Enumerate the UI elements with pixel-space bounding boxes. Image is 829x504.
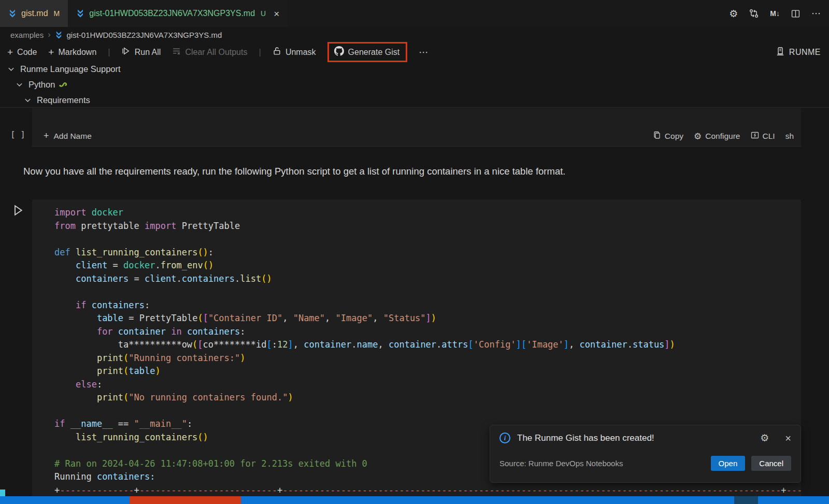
runme-file-icon: [8, 9, 17, 18]
code-line: else:: [54, 378, 801, 392]
gear-icon[interactable]: ⚙: [760, 433, 769, 443]
code-line: if containers:: [54, 299, 801, 312]
tab-gist-notebook[interactable]: gist-01HWD053BZ23JN6VA7X3NGP3YS.md U ×: [68, 0, 288, 27]
clear-all-outputs-button[interactable]: Clear All Outputs: [172, 47, 247, 57]
tab-label: gist.md: [21, 9, 48, 18]
runme-file-icon: [76, 9, 84, 18]
breadcrumb-separator-icon: ›: [48, 30, 50, 39]
status-strip-segment: [734, 496, 758, 504]
close-tab-icon[interactable]: ×: [274, 9, 279, 19]
outline-item-runme-language-support[interactable]: Runme Language Support: [7, 61, 121, 77]
run-all-button[interactable]: Run All: [122, 47, 161, 57]
generate-gist-annotation: Generate Gist: [327, 42, 408, 62]
code-line: print(table): [54, 365, 801, 378]
requirements-cell: + Add Name Copy ⚙ Configure CLI sh: [32, 108, 801, 147]
gear-icon: ⚙: [694, 132, 702, 141]
toolbar-divider: |: [259, 47, 261, 57]
code-line: from prettytable import PrettyTable: [54, 220, 801, 233]
notification-toast: i The Runme Gist has been created! ⚙ × S…: [490, 425, 801, 483]
editor-actions: ⚙ M↓ ⋯: [729, 0, 822, 27]
snake-emoji-icon: [59, 79, 68, 90]
notebook-toolbar: + Code + Markdown | Run All Clear All Ou…: [7, 42, 429, 62]
unmask-button[interactable]: Unmask: [273, 47, 316, 57]
status-strip: [0, 496, 829, 504]
more-actions-icon[interactable]: ⋯: [811, 8, 822, 19]
github-icon: [334, 46, 344, 58]
minimap-fragment: [0, 489, 5, 496]
code-line: print("Running containers:"): [54, 352, 801, 365]
notification-source: Source: Runme DevOps Notebooks: [499, 459, 711, 468]
copy-icon: [653, 131, 661, 141]
add-markdown-cell-button[interactable]: + Markdown: [48, 47, 96, 58]
outline-item-python[interactable]: Python: [16, 77, 68, 92]
breadcrumb: examples › gist-01HWD053BZ23JN6VA7X3NGP3…: [10, 27, 222, 42]
unlock-icon: [273, 47, 281, 57]
breadcrumb-folder[interactable]: examples: [10, 31, 44, 39]
code-line: [54, 285, 801, 299]
breadcrumb-file[interactable]: gist-01HWD053BZ23JN6VA7X3NGP3YS.md: [67, 31, 222, 39]
tab-gist-md[interactable]: gist.md M: [0, 0, 68, 27]
generate-gist-button[interactable]: Generate Gist: [334, 46, 400, 58]
info-icon: i: [499, 433, 510, 443]
plus-icon: +: [44, 131, 49, 141]
markdown-preview-icon[interactable]: M↓: [770, 9, 780, 18]
clear-outputs-icon: [172, 47, 181, 57]
notification-message: The Runme Gist has been created!: [517, 433, 753, 443]
runme-kernel-button[interactable]: RUNME: [776, 42, 821, 62]
split-editor-icon[interactable]: [791, 9, 800, 18]
markdown-paragraph: Now you have all the requirements ready,…: [23, 166, 801, 177]
code-line: import docker: [54, 206, 801, 220]
code-line: print("No running containers found."): [54, 391, 801, 405]
code-line: def list_running_containers():: [54, 246, 801, 260]
chevron-down-icon: [7, 65, 15, 73]
copy-button[interactable]: Copy: [653, 131, 683, 141]
gear-icon[interactable]: ⚙: [729, 9, 738, 19]
git-compare-icon[interactable]: [749, 9, 759, 18]
code-line: client = docker.from_env(): [54, 259, 801, 272]
add-code-cell-button[interactable]: + Code: [7, 47, 37, 58]
git-status-badge: M: [54, 9, 60, 18]
add-name-button[interactable]: + Add Name: [44, 131, 92, 141]
run-cell-button[interactable]: [12, 204, 24, 217]
close-icon[interactable]: ×: [785, 433, 791, 443]
git-status-badge: U: [261, 9, 266, 18]
plus-icon: +: [7, 47, 13, 58]
code-line: table = PrettyTable(["Container ID", "Na…: [54, 312, 801, 325]
code-line: [54, 405, 801, 418]
chevron-down-icon: [16, 81, 23, 89]
status-strip-segment: [130, 496, 241, 504]
plus-icon: +: [48, 47, 54, 58]
chevron-down-icon: [24, 96, 32, 104]
toolbar-divider: |: [108, 47, 110, 57]
code-line: +--------------+------------------------…: [54, 484, 801, 497]
configure-button[interactable]: ⚙ Configure: [694, 132, 740, 141]
cell-actions: Copy ⚙ Configure CLI sh: [653, 131, 794, 141]
code-line: ta**********ow([co********id[:12], conta…: [54, 338, 801, 352]
status-strip-segment: [0, 496, 829, 504]
runme-logo-icon: [776, 47, 785, 58]
code-line: [54, 233, 801, 246]
toolbar-more-icon[interactable]: ⋯: [419, 47, 429, 58]
code-line: for container in containers:: [54, 325, 801, 339]
tab-label: gist-01HWD053BZ23JN6VA7X3NGP3YS.md: [89, 9, 255, 18]
cancel-button[interactable]: Cancel: [751, 456, 791, 471]
cli-button[interactable]: CLI: [751, 131, 775, 141]
execution-order-marker: [ ]: [10, 129, 25, 139]
open-button[interactable]: Open: [711, 456, 746, 471]
section-divider: [0, 107, 829, 108]
outline-item-requirements[interactable]: Requirements: [24, 92, 90, 108]
cell-language-picker[interactable]: sh: [785, 132, 794, 141]
terminal-icon: [751, 131, 759, 141]
runme-file-icon: [55, 31, 63, 39]
run-all-icon: [122, 47, 131, 57]
code-line: containers = client.containers.list(): [54, 272, 801, 286]
tab-bar: gist.md M gist-01HWD053BZ23JN6VA7X3NGP3Y…: [0, 0, 829, 27]
